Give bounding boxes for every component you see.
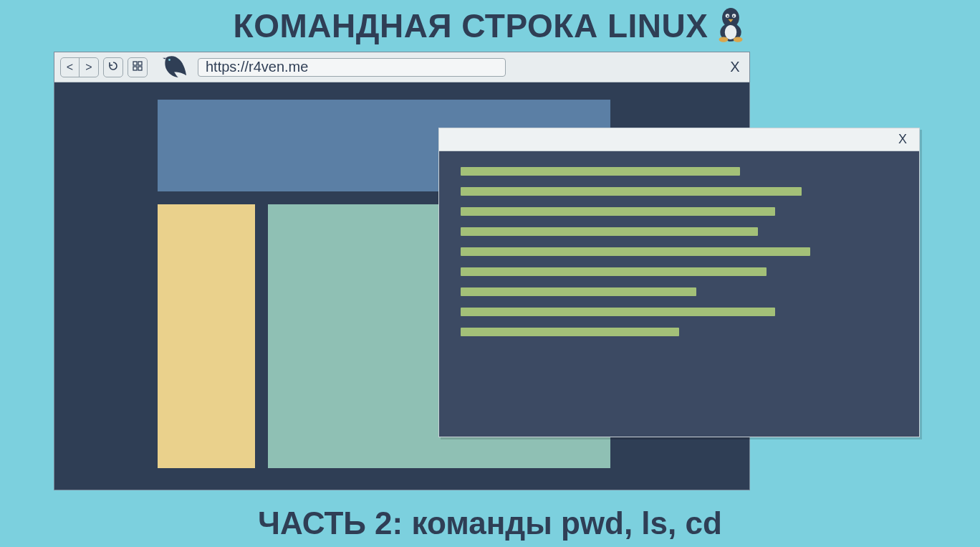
- terminal-output-line: [461, 308, 775, 316]
- tux-icon: [715, 6, 746, 46]
- terminal-output-line: [461, 227, 758, 236]
- terminal-window: X: [438, 128, 920, 437]
- svg-point-8: [734, 37, 743, 42]
- terminal-output-line: [461, 267, 767, 276]
- svg-rect-10: [138, 62, 142, 65]
- grid-icon: [133, 61, 143, 74]
- svg-point-6: [733, 15, 734, 16]
- terminal-output-line: [461, 207, 775, 216]
- terminal-output-line: [461, 247, 810, 256]
- address-bar[interactable]: [198, 58, 506, 77]
- svg-rect-12: [138, 67, 142, 70]
- svg-point-5: [727, 15, 729, 16]
- terminal-body: [439, 151, 919, 363]
- page-subtitle: ЧАСТЬ 2: команды pwd, ls, cd: [258, 505, 722, 541]
- svg-rect-9: [133, 62, 137, 65]
- reload-icon: [107, 60, 119, 75]
- back-button[interactable]: <: [61, 58, 80, 77]
- terminal-output-line: [461, 187, 802, 196]
- nav-back-forward: < >: [60, 57, 99, 77]
- svg-point-2: [725, 25, 737, 39]
- header: КОМАНДНАЯ СТРОКА LINUX: [0, 6, 980, 46]
- terminal-output-line: [461, 167, 740, 176]
- raven-icon: [152, 54, 189, 81]
- terminal-close-button[interactable]: X: [895, 132, 911, 148]
- reload-button[interactable]: [103, 57, 123, 77]
- browser-close-button[interactable]: X: [726, 59, 744, 76]
- terminal-titlebar: X: [439, 128, 919, 151]
- page-title: КОМАНДНАЯ СТРОКА LINUX: [234, 6, 708, 45]
- sidebar-block: [158, 204, 255, 468]
- svg-point-7: [719, 37, 729, 42]
- terminal-output-line: [461, 328, 679, 336]
- extra-button[interactable]: [128, 57, 148, 77]
- browser-toolbar: < > X: [54, 52, 749, 82]
- terminal-output-line: [461, 287, 696, 296]
- forward-button[interactable]: >: [80, 58, 98, 77]
- svg-rect-11: [133, 67, 137, 70]
- footer: ЧАСТЬ 2: команды pwd, ls, cd: [0, 505, 980, 541]
- svg-point-13: [168, 59, 170, 61]
